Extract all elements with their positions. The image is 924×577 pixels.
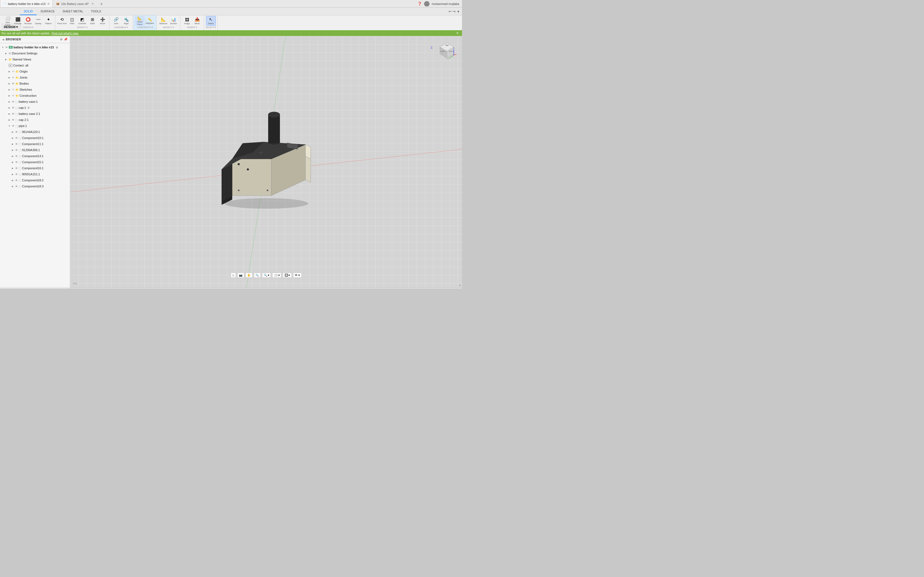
fillet-btn[interactable]: ◫ Fillet	[67, 16, 77, 26]
tree-cap-1[interactable]: ▶ 👁 ⬚ cap:1 ⊙	[0, 105, 70, 111]
press-pull-btn[interactable]: ⟲ Press Pull	[57, 16, 67, 26]
revolve-btn[interactable]: ⭕ Revolve	[23, 16, 33, 26]
shell-btn[interactable]: ⊞ Shell	[87, 16, 97, 26]
measure-btn[interactable]: 📐 Measure	[158, 16, 168, 26]
browser-pin-btn[interactable]: 📌	[64, 38, 68, 41]
tree-document-settings[interactable]: ▶ ⚙ Document Settings	[0, 50, 70, 56]
browser-collapse-btn[interactable]: ◀	[2, 38, 4, 41]
c16-label: Component16:1	[22, 166, 44, 170]
construct-group: 📐 Offset Plane 📏 Midplane CONSTRUCT ▾	[133, 15, 157, 30]
view-home-btn[interactable]: ⌂	[231, 272, 236, 278]
pattern-btn[interactable]: ✦ Pattern	[44, 16, 53, 26]
help-icon[interactable]: ❓	[417, 2, 422, 6]
tree-joints[interactable]: ▶ 👁 📁 Joints	[0, 74, 70, 81]
insert-group: 🖼 Image 📥 Mesh INSERT ▾	[180, 15, 204, 30]
move-btn[interactable]: ➕ Move	[98, 16, 108, 26]
new-tab-btn[interactable]: ＋	[97, 0, 106, 8]
insert-image-btn[interactable]: 🖼 Image	[182, 16, 192, 26]
tree-comp18-2[interactable]: ▶ 👁 ⬚ Component18:2	[0, 177, 70, 183]
tree-comp15[interactable]: ▶ 👁 ⬚ Component15:1	[0, 159, 70, 165]
tree-91290[interactable]: ▶ 👁 ⬚ 91290A306:1	[0, 147, 70, 153]
tree-comp14[interactable]: ▶ 👁 ⬚ Component14:1	[0, 153, 70, 159]
named-views-folder-icon: 📁	[8, 58, 12, 61]
rigid-group-btn[interactable]: 🔩 Rigid	[121, 16, 131, 26]
bc2-label: battery case 2:1	[19, 112, 40, 115]
view-zoom-btn[interactable]: 🔍	[254, 272, 261, 278]
sweep-btn[interactable]: 〰 Sweep	[33, 16, 43, 26]
new-component-btn[interactable]: ⬜ New Comp	[3, 16, 13, 26]
c14-label: Component14:1	[22, 155, 44, 158]
tree-root[interactable]: ▼ 👁 ⊞ battery holder for e bike v13 ⊙	[0, 44, 70, 50]
chamfer-btn[interactable]: ◩ Chamfer	[77, 16, 87, 26]
viewport[interactable]: Z	[70, 36, 462, 288]
history-btn[interactable]: ▼	[457, 10, 460, 13]
tree-bodies[interactable]: ▶ 👁 📁 Bodies	[0, 81, 70, 87]
contact-label: Contact: all	[13, 64, 28, 67]
tab-second[interactable]: 📦 10s Battery case v8* ✕	[53, 0, 97, 7]
assemble-label: ASSEMBLE ▾	[115, 26, 128, 29]
tab-tools[interactable]: TOOLS	[87, 8, 105, 15]
c96144-label: 96144A120:1	[22, 130, 40, 134]
root-circle-icon: ⊙	[56, 46, 58, 49]
view-pan-btn[interactable]: ✋	[245, 272, 252, 278]
tree-comp18-3[interactable]: ▶ 👁 ⬚ Component18:3	[0, 183, 70, 189]
tree-origin[interactable]: ▶ 👁 📁 Origin	[0, 68, 70, 74]
root-type-icon: ⊞	[9, 46, 13, 48]
c90591-label: 90591A151:1	[22, 172, 40, 176]
svg-text:FRONT: FRONT	[441, 50, 445, 52]
redo-btn[interactable]: ↪	[453, 9, 456, 13]
view-camera-btn[interactable]: 📷	[237, 272, 244, 278]
browser-settings-btn[interactable]: ⚙	[60, 38, 63, 41]
tree-comp11[interactable]: ▶ 👁 ⬚ Component11:1	[0, 141, 70, 147]
tree-96144[interactable]: ▶ 👁 ⬚ 96144A120:1	[0, 129, 70, 135]
view-cube[interactable]: TOP RIGHT FRONT Z X Y	[437, 42, 457, 61]
toolbars: DESIGN ▾ SOLID SURFACE SHEET METAL TOOLS…	[0, 8, 462, 30]
origin-folder-icon: 📁	[15, 70, 19, 73]
tab-close-btn[interactable]: ✕	[47, 2, 50, 6]
nav-controls-hint: H/S	[73, 282, 77, 285]
tree-sketches[interactable]: ▶ 👁 📁 Sketches	[0, 87, 70, 93]
tree-construction[interactable]: ▶ 👁 📁 Construction	[0, 93, 70, 98]
title-bar: 📄 battery holder for e bike v13 ✕ 📦 10s …	[0, 0, 462, 8]
bc1-comp-icon: ⬚	[15, 100, 18, 103]
section-btn[interactable]: 📊 Section	[169, 16, 178, 26]
tab-active[interactable]: 📄 battery holder for e bike v13 ✕	[0, 0, 53, 7]
tree-named-views[interactable]: ▶ 📁 Named Views	[0, 56, 70, 62]
midplane-btn[interactable]: 📏 Midplane	[145, 16, 155, 26]
extrude-btn[interactable]: ⬛ Extrude	[13, 16, 23, 26]
tree-comp16[interactable]: ▶ 👁 ⬚ Component16:1	[0, 165, 70, 171]
tree-battery-case-1[interactable]: ▶ 👁 ⬚ battery case:1	[0, 98, 70, 105]
tab-second-close[interactable]: ✕	[92, 2, 94, 5]
insert-mesh-btn[interactable]: 📥 Mesh	[192, 16, 202, 26]
svg-rect-15	[268, 114, 279, 143]
offset-plane-btn[interactable]: 📐 Offset Plane	[135, 16, 145, 26]
tree-90591[interactable]: ▶ 👁 ⬚ 90591A151:1	[0, 171, 70, 177]
update-text: You are all set with the latest update.	[1, 32, 50, 35]
root-label: battery holder for e bike v13	[13, 46, 54, 49]
tree-battery-case-2[interactable]: ▶ 👁 ⬚ battery case 2:1	[0, 111, 70, 117]
undo-btn[interactable]: ↩	[449, 9, 452, 13]
tree-pipe-1[interactable]: ▼ 👁 ⬚ pipe:1	[0, 123, 70, 129]
corner-nav: ⊕	[459, 284, 461, 287]
visual-style-btn[interactable]: 🔲 ▾	[283, 272, 292, 278]
tree-cap-2[interactable]: ▶ 👁 ⬚ cap 2:1	[0, 117, 70, 123]
tab-solid[interactable]: SOLID	[20, 8, 37, 15]
c15-eye: 👁	[15, 161, 18, 164]
cap2-comp-icon: ⬚	[15, 118, 18, 121]
tab-sheet-metal[interactable]: SHEET METAL	[58, 8, 87, 15]
joint-btn[interactable]: 🔗 Joint	[111, 16, 121, 26]
bodies-label: Bodies	[19, 82, 29, 85]
doc-settings-icon: ⚙	[8, 52, 11, 55]
zoom-options-btn[interactable]: 🔍 ▾	[262, 272, 271, 278]
update-close-btn[interactable]: ✕	[456, 31, 461, 35]
svg-point-16	[268, 112, 279, 117]
show-hide-btn[interactable]: 👁 ▾	[293, 272, 302, 278]
display-mode-btn[interactable]: ⬜ ▾	[272, 272, 282, 278]
tree-comp10[interactable]: ▶ 👁 ⬚ Component10:1	[0, 135, 70, 141]
select-btn[interactable]: ↖ Select	[206, 16, 216, 26]
construction-label: Construction	[19, 94, 37, 97]
tab-surface[interactable]: SURFACE	[37, 8, 58, 15]
inspect-group: 📐 Measure 📊 Section INSPECT ▾	[157, 15, 180, 30]
update-link[interactable]: Find out what's new.	[52, 32, 79, 35]
tree-contact[interactable]: ⊠ Contact: all	[0, 62, 70, 68]
